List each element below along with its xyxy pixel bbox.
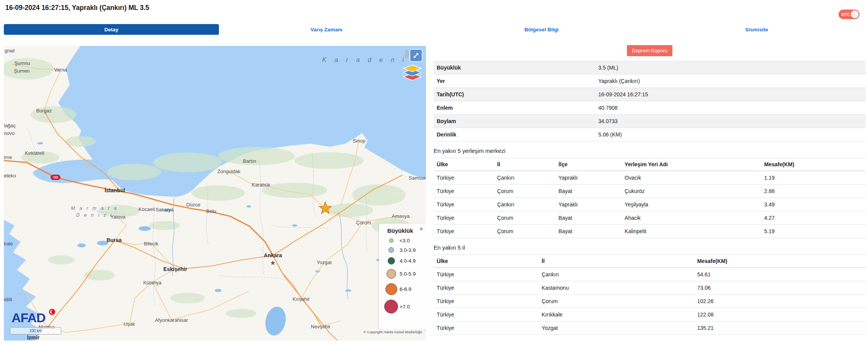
- layers-icon: [401, 63, 423, 83]
- details-body: Büyüklük3.5 (ML)YerYapraklı (Çankırı)Tar…: [434, 61, 866, 141]
- table-cell: Türkiye: [434, 268, 538, 281]
- table-row: TürkiyeÇorumBayatKalinpelit5.19: [434, 225, 866, 238]
- table-cell: Türkiye: [434, 281, 538, 295]
- settlements-section-title: En yakın 5 yerleşim merkezi: [434, 148, 866, 154]
- table-cell: 5.19: [761, 225, 866, 238]
- settlements-table: ÜlkeİlİlçeYerleşim Yeri AdıMesafe(KM) Tü…: [434, 158, 866, 238]
- earthquake-report-button[interactable]: Deprem Raporu: [627, 45, 672, 56]
- map[interactable]: K a r a d e n i zM a r m a r aD e n i z …: [4, 46, 426, 341]
- legend-items: <3.03.0-3.94.0-4.95.0-5.96-6.9>7.0: [383, 236, 426, 316]
- table-cell: Bayat: [555, 211, 622, 225]
- afad-crescent-emblem: [49, 309, 55, 315]
- table-cell: Bayat: [555, 185, 622, 198]
- epicenter-star-marker[interactable]: [318, 201, 333, 216]
- table-cell: 135.21: [694, 321, 866, 335]
- detail-row: Derinlik5.06 (KM): [434, 128, 866, 141]
- table-cell: Kalinpelit: [622, 225, 761, 238]
- detail-row: YerYapraklı (Çankırı): [434, 75, 866, 88]
- earthquake-details-table: Büyüklük3.5 (ML)YerYapraklı (Çankırı)Tar…: [434, 61, 866, 141]
- detail-label: Boylam: [434, 115, 595, 128]
- legend-close-icon[interactable]: ×: [419, 226, 423, 232]
- tab-bölgesel-bilgi[interactable]: Bölgesel Bilgi: [434, 24, 649, 35]
- column-header: İlçe: [555, 158, 622, 171]
- table-cell: Yapraklı: [555, 171, 622, 185]
- column-header: Ülke: [434, 255, 538, 268]
- map-slider-handle[interactable]: [405, 50, 409, 58]
- column-header: İl: [494, 158, 555, 171]
- table-cell: Çorum: [494, 185, 555, 198]
- legend-dot: [388, 257, 395, 264]
- utc-toggle[interactable]: UTC: [839, 10, 860, 19]
- table-cell: 3.49: [761, 198, 866, 211]
- legend-item: 3.0-3.9: [383, 245, 426, 255]
- tab-varış-zamanı[interactable]: Varış Zamanı: [219, 24, 434, 35]
- layers-button[interactable]: [401, 63, 423, 83]
- detail-panel: Deprem Raporu Büyüklük3.5 (ML)YerYaprakl…: [434, 45, 866, 335]
- table-row: TürkiyeYozgat135.21: [434, 321, 866, 335]
- table-row: TürkiyeÇorum102.26: [434, 295, 866, 308]
- legend-item: >7.0: [383, 297, 426, 316]
- page-title: 16-09-2024 16:27:15, Yapraklı (Çankırı) …: [5, 4, 149, 12]
- detail-value: 40.7908: [595, 101, 866, 115]
- detail-label: Enlem: [434, 101, 595, 115]
- legend-dot: [384, 300, 398, 313]
- table-row: TürkiyeÇorumBayatAhacik4.27: [434, 211, 866, 225]
- table-cell: 2.88: [761, 185, 866, 198]
- table-cell: Çorum: [494, 225, 555, 238]
- table-cell: Türkiye: [434, 308, 538, 321]
- detail-value: 3.5 (ML): [595, 61, 866, 75]
- provinces-header-row: ÜlkeİlMesafe(KM): [434, 255, 866, 268]
- utc-toggle-knob[interactable]: [851, 10, 859, 18]
- detail-value: 5.06 (KM): [595, 128, 866, 141]
- legend-item-label: >7.0: [400, 304, 410, 310]
- motorway-badge: O3: [51, 175, 60, 180]
- detail-row: Boylam34.0733: [434, 115, 866, 128]
- table-cell: Türkiye: [434, 321, 538, 335]
- magnitude-legend: × Büyüklük <3.03.0-3.94.0-4.95.0-5.96-6.…: [379, 224, 426, 329]
- table-cell: Yozgat: [538, 321, 694, 335]
- table-cell: Türkiye: [434, 295, 538, 308]
- column-header: İl: [538, 255, 694, 268]
- detail-label: Büyüklük: [434, 61, 595, 75]
- table-cell: Çorum: [494, 211, 555, 225]
- map-scale-label: 100 km: [29, 329, 42, 333]
- table-cell: Türkiye: [434, 185, 494, 198]
- provinces-body: TürkiyeÇankırı54.61TürkiyeKastamonu73.06…: [434, 268, 866, 335]
- settlements-body: TürkiyeÇankırıYapraklıOvacik1.19TürkiyeÇ…: [434, 171, 866, 238]
- column-header: Mesafe(KM): [761, 158, 866, 171]
- table-cell: Türkiye: [434, 211, 494, 225]
- table-row: TürkiyeKırıkkale122.08: [434, 308, 866, 321]
- table-cell: 73.06: [694, 281, 866, 295]
- legend-item: 4.0-4.9: [383, 255, 426, 267]
- fullscreen-button[interactable]: [410, 49, 423, 62]
- table-cell: Çankırı: [538, 268, 694, 281]
- settlements-header-row: ÜlkeİlİlçeYerleşim Yeri AdıMesafe(KM): [434, 158, 866, 171]
- table-cell: 54.61: [694, 268, 866, 281]
- table-row: TürkiyeÇorumBayatÇukuröz2.88: [434, 185, 866, 198]
- legend-dot: [385, 283, 397, 295]
- detail-row: Büyüklük3.5 (ML): [434, 61, 866, 75]
- legend-dot: [388, 247, 394, 253]
- legend-item-label: 3.0-3.9: [400, 247, 416, 253]
- tab-detay[interactable]: Detay: [4, 24, 219, 35]
- detail-label: Yer: [434, 75, 595, 88]
- table-row: TürkiyeKastamonu73.06: [434, 281, 866, 295]
- legend-item: 5.0-5.9: [383, 267, 426, 281]
- table-cell: 122.08: [694, 308, 866, 321]
- detail-row: Enlem40.7908: [434, 101, 866, 115]
- provinces-table: ÜlkeİlMesafe(KM) TürkiyeÇankırı54.61Türk…: [434, 255, 866, 335]
- table-row: TürkiyeÇankırı54.61: [434, 268, 866, 281]
- tab-sismisite[interactable]: Sismisite: [649, 24, 864, 35]
- table-cell: Kırıkkale: [538, 308, 694, 321]
- legend-item-label: <3.0: [400, 238, 410, 243]
- table-cell: Türkiye: [434, 225, 494, 238]
- table-cell: Çankırı: [494, 198, 555, 211]
- table-cell: Ovacik: [622, 171, 761, 185]
- table-cell: Ahacik: [622, 211, 761, 225]
- table-cell: Türkiye: [434, 171, 494, 185]
- earthquake-detail-page: 16-09-2024 16:27:15, Yapraklı (Çankırı) …: [0, 0, 868, 344]
- legend-item-label: 4.0-4.9: [400, 258, 416, 264]
- table-cell: Yeşilyayla: [622, 198, 761, 211]
- detail-label: Derinlik: [434, 128, 595, 141]
- legend-item-label: 6-6.9: [400, 286, 411, 292]
